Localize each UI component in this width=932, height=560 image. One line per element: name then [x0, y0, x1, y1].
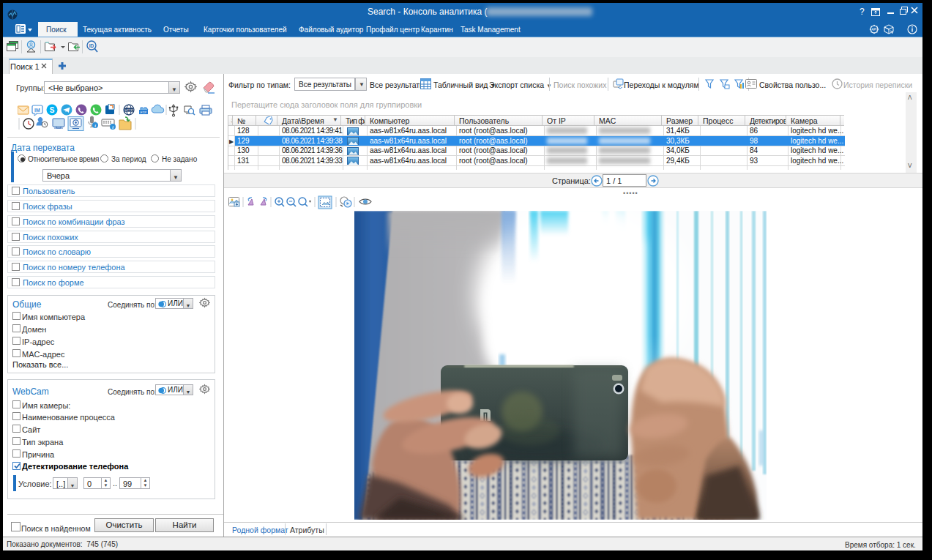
svg-text:ID: ID [89, 43, 94, 48]
svg-text:IM: IM [34, 108, 40, 113]
svg-text:HTTP: HTTP [125, 108, 133, 112]
svg-text:FTP: FTP [141, 111, 146, 114]
svg-text:S: S [50, 106, 55, 114]
svg-text:API: API [871, 28, 876, 31]
